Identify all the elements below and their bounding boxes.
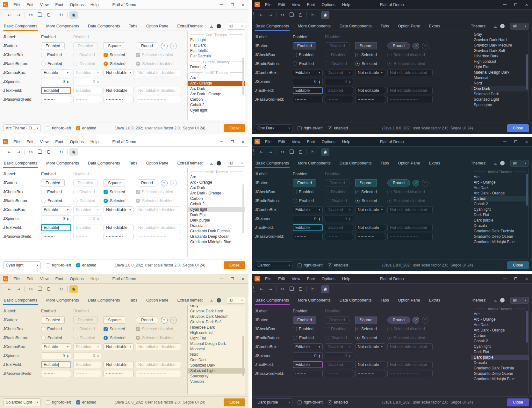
github-icon[interactable] <box>500 24 505 28</box>
menu-view[interactable]: View <box>40 140 49 144</box>
theme-list-item-arc-dark-orange[interactable]: Arc Dark - Orange <box>188 191 245 196</box>
menu-file[interactable]: File <box>265 277 271 281</box>
disabled-combobox[interactable]: Disabled▾ <box>325 69 353 76</box>
theme-list-item-material-design-dark[interactable]: Material Design Dark <box>471 70 528 75</box>
disabled-combobox[interactable]: Disabled▾ <box>73 206 101 213</box>
right-to-left-checkbox[interactable]: right-to-left <box>298 400 323 404</box>
close-window-button[interactable]: × <box>238 137 248 146</box>
cut-button[interactable]: ✂ <box>278 11 287 19</box>
copy-button[interactable] <box>287 285 296 293</box>
theme-list-item-flat-darcula[interactable]: Flat Darcula <box>188 54 245 59</box>
download-icon[interactable]: ↓ <box>494 298 497 302</box>
not-editable-disabled-combobox[interactable]: Not editable disabled <box>387 343 433 350</box>
theme-combobox[interactable]: Arc Theme - O... ▾ <box>3 124 41 132</box>
theme-list-item-monocai[interactable]: Monocai <box>471 75 528 81</box>
not-editable-disabled-combobox[interactable]: Not editable disabled <box>387 69 433 76</box>
help-button[interactable]: ? <box>161 43 168 49</box>
passwordfield-disabled[interactable]: •••••••• <box>325 233 353 240</box>
spinner-arrows[interactable]: ▲▼ <box>319 354 320 358</box>
theme-list-item-arc-dark[interactable]: Arc Dark <box>188 86 245 91</box>
theme-list-item-cyan-light[interactable]: Cyan light <box>188 207 245 212</box>
minimize-button[interactable] <box>216 274 227 283</box>
cut-button[interactable]: ✂ <box>27 148 35 156</box>
checkbox-selected[interactable]: ✓Selected <box>355 53 377 57</box>
disabled-button[interactable]: Disabled <box>73 179 98 186</box>
checkbox-selected-disabled[interactable]: ✓Selected disabled <box>136 327 173 331</box>
theme-list-item-arc[interactable]: Arc <box>471 174 528 180</box>
theme-combobox[interactable]: One Dark ▾ <box>255 124 292 132</box>
tab-basic-components[interactable]: Basic Components <box>255 21 290 31</box>
theme-list-item-carbon[interactable]: Carbon <box>471 333 528 339</box>
copy-button[interactable] <box>36 148 44 156</box>
tab-tabs[interactable]: Tabs <box>128 295 138 305</box>
square-button[interactable]: Square <box>104 179 125 186</box>
disabled-button[interactable]: Disabled <box>73 317 98 324</box>
radio-selected-disabled[interactable]: Selected disabled <box>387 336 425 340</box>
tab-tabs[interactable]: Tabs <box>128 21 138 31</box>
theme-list-item-gradianto-dark-fuchsia[interactable]: Gradianto Dark Fuchsia <box>471 229 528 234</box>
menu-help[interactable]: Help <box>90 3 99 7</box>
theme-list-item-arc-orange[interactable]: Arc - Orange <box>188 180 245 185</box>
theme-list-item-carbon[interactable]: Carbon <box>188 196 245 201</box>
forward-button[interactable]: → <box>266 148 274 156</box>
help-button-disabled[interactable]: ? <box>170 43 177 49</box>
theme-list-item-high-contrast[interactable]: High contrast <box>188 330 245 336</box>
menu-help[interactable]: Help <box>90 140 99 144</box>
theme-list-item-spacegray[interactable]: Spacegray <box>471 102 528 108</box>
eye-toggle-button[interactable]: ◉ <box>321 11 329 19</box>
not-editable-combobox[interactable]: Not editable▾ <box>104 343 133 350</box>
menu-options[interactable]: Options <box>322 3 335 7</box>
radio-selected-disabled[interactable]: Selected disabled <box>387 62 425 66</box>
enabled-button[interactable]: Enabled <box>293 179 316 186</box>
tab-tabs[interactable]: Tabs <box>128 158 138 168</box>
disabled-button[interactable]: Disabled <box>325 317 349 324</box>
passwordfield-disabled[interactable]: •••••••• <box>73 370 101 377</box>
theme-list-item-gray[interactable]: Gray <box>188 305 245 309</box>
radio-selected-disabled[interactable]: Selected disabled <box>387 199 425 203</box>
passwordfield-not-editable[interactable]: •••••••••••• <box>355 233 385 240</box>
theme-list-item-gruvbox-dark-hard[interactable]: Gruvbox Dark Hard <box>188 309 245 314</box>
theme-list-item-nord[interactable]: Nord <box>188 352 245 357</box>
textfield-editable[interactable]: Editable <box>293 361 323 368</box>
menu-view[interactable]: View <box>40 277 49 281</box>
themes-filter-combobox[interactable]: all ▾ <box>510 297 529 304</box>
not-editable-disabled-combobox[interactable]: Not editable disabled <box>136 206 181 213</box>
textfield-disabled[interactable]: Disabled <box>73 224 101 231</box>
not-editable-combobox[interactable]: Not editable▾ <box>104 206 133 213</box>
menu-help[interactable]: Help <box>342 277 350 281</box>
radio-enabled[interactable]: Enabled <box>41 62 62 66</box>
round-button[interactable]: Round <box>136 42 158 49</box>
scrollbar-thumb[interactable] <box>526 174 528 206</box>
close-button[interactable]: Close <box>507 124 529 132</box>
textfield-not-editable-disabled[interactable]: Not editable disabled <box>387 224 433 231</box>
theme-list-item-gradianto-dark-fuchsia[interactable]: Gradianto Dark Fuchsia <box>188 229 245 234</box>
radio-selected[interactable]: Selected <box>104 199 126 203</box>
close-window-button[interactable]: × <box>521 137 532 146</box>
menu-font[interactable]: Font <box>55 140 63 144</box>
right-to-left-checkbox[interactable]: right-to-left <box>298 263 323 267</box>
theme-list-item-dracula[interactable]: Dracula <box>188 223 245 229</box>
tab-more-components[interactable]: More Components <box>46 158 80 168</box>
passwordfield-enabled[interactable]: •••••••• <box>41 96 71 103</box>
theme-list-item-gruvbox-dark-soft[interactable]: Gruvbox Dark Soft <box>188 319 245 325</box>
theme-list-item-arc[interactable]: Arc <box>188 75 245 81</box>
checkbox-disabled[interactable]: Disabled <box>73 190 95 194</box>
back-button[interactable]: ← <box>257 11 265 19</box>
theme-list-item-dark-flat[interactable]: Dark Flat <box>471 349 528 355</box>
checkbox-selected-disabled[interactable]: ✓Selected disabled <box>136 53 173 57</box>
help-button[interactable]: ? <box>413 317 419 324</box>
enabled-checkbox[interactable]: ✓ enabled <box>328 400 348 404</box>
menu-file[interactable]: File <box>265 3 271 7</box>
textfield-editable[interactable]: Editable <box>41 224 71 231</box>
menu-options[interactable]: Options <box>322 140 335 144</box>
editable-combobox[interactable]: Editable▾ <box>293 343 323 350</box>
round-button[interactable]: Round <box>387 317 410 324</box>
theme-list-item-arc-dark[interactable]: Arc Dark <box>188 185 245 191</box>
right-to-left-checkbox[interactable]: right-to-left <box>298 126 323 130</box>
passwordfield-not-editable-disabled[interactable]: •••••••••••••••••••• <box>136 233 181 240</box>
square-button[interactable]: Square <box>355 317 377 324</box>
themes-filter-combobox[interactable]: all ▾ <box>227 297 245 304</box>
passwordfield-not-editable[interactable]: •••••••••••• <box>104 370 133 377</box>
tab-option-pane[interactable]: Option Pane <box>397 158 421 168</box>
radio-disabled[interactable]: Disabled <box>73 199 95 203</box>
